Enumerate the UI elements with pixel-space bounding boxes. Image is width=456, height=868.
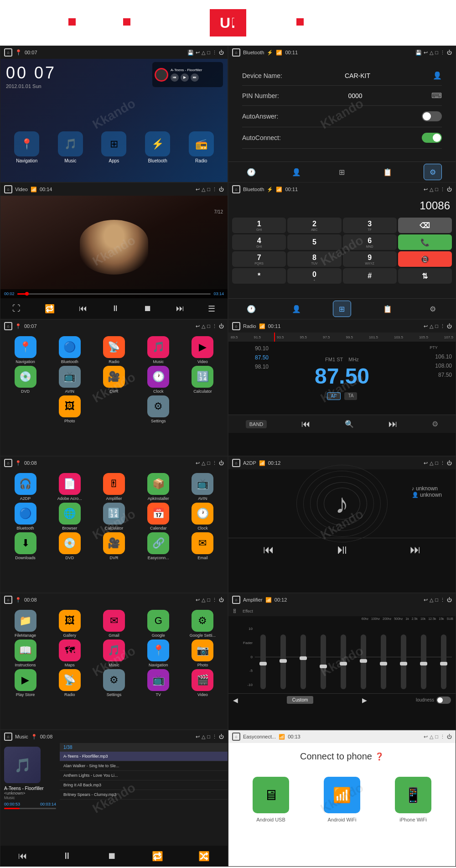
home-bt-icon[interactable]: ⚡ Bluetooth xyxy=(145,131,170,163)
app-radio[interactable]: 📡 Radio xyxy=(93,336,135,364)
v-menu[interactable]: ⋮ xyxy=(212,187,217,192)
v-back[interactable]: ↩ xyxy=(196,187,200,192)
key-backspace[interactable]: ⌫ xyxy=(398,218,452,233)
bt-nav-clock[interactable]: 🕐 xyxy=(242,164,260,180)
bt-nav-list[interactable]: 📋 xyxy=(378,164,397,180)
apps1-menu[interactable]: ⋮ xyxy=(212,323,217,329)
eq-handle-7[interactable] xyxy=(380,662,387,665)
repeat-btn[interactable]: 🔁 xyxy=(45,304,55,314)
af-button[interactable]: AF xyxy=(327,392,341,400)
app3-music[interactable]: 🎵 Music xyxy=(93,639,135,667)
app2-dvd[interactable]: 💿 DVD xyxy=(48,532,91,560)
btd-back[interactable]: ↩ xyxy=(424,187,428,192)
apps1-back[interactable]: ↩ xyxy=(196,323,200,329)
eq-slider-2[interactable] xyxy=(280,634,286,689)
eq-next-btn[interactable]: ▶ xyxy=(362,696,367,704)
mp-stop-btn[interactable]: ⏹ xyxy=(107,851,116,861)
video-home-icon[interactable]: ⌂ xyxy=(4,185,12,193)
home-apps-icon[interactable]: ⊞ Apps xyxy=(101,131,126,163)
amp-home-icon[interactable]: ⌂ xyxy=(232,596,240,604)
vid-play-btn[interactable]: ⏸ xyxy=(111,304,119,313)
apps3-power[interactable]: ⏻ xyxy=(219,597,224,603)
eq-slider-8[interactable] xyxy=(401,634,406,689)
eq-slider-6[interactable] xyxy=(361,634,366,689)
app3-tv[interactable]: 📺 TV xyxy=(137,669,180,697)
key-2[interactable]: 2ABC xyxy=(287,218,341,233)
eq-slider-9[interactable] xyxy=(421,634,426,689)
btd-nav-grid[interactable]: ⊞ xyxy=(333,301,351,317)
app2-bt[interactable]: 🔵 Bluetooth xyxy=(4,503,47,530)
vid-prev-btn[interactable]: ⏮ xyxy=(79,304,87,313)
video-progress-bg[interactable] xyxy=(17,293,211,295)
apps3-menu[interactable]: ⋮ xyxy=(212,597,217,603)
btd-home-icon[interactable]: ⌂ xyxy=(232,185,240,193)
btd-menu[interactable]: ⋮ xyxy=(440,187,445,192)
music-back[interactable]: ↩ xyxy=(196,734,200,740)
eq-prev-btn[interactable]: ◀ xyxy=(233,696,238,704)
app2-adobe[interactable]: 📄 Adobe Acro... xyxy=(48,473,91,501)
ec-back[interactable]: ↩ xyxy=(424,734,428,740)
key-5[interactable]: 5 xyxy=(287,234,341,250)
radio-settings-btn[interactable]: ⚙ xyxy=(432,420,438,428)
key-star[interactable]: * xyxy=(232,268,286,284)
a2dp-next-btn[interactable]: ⏭ xyxy=(410,543,421,556)
app-music[interactable]: 🎵 Music xyxy=(137,336,180,364)
eq-handle-4[interactable] xyxy=(320,665,327,668)
a2dp-home-icon[interactable]: ⌂ xyxy=(232,459,240,467)
apps1-power[interactable]: ⏻ xyxy=(219,323,224,329)
app3-settings[interactable]: ⚙ Settings xyxy=(93,669,135,697)
key-0[interactable]: 0+ xyxy=(287,268,341,284)
app2-browser[interactable]: 🌐 Browser xyxy=(48,503,91,530)
key-6[interactable]: 6MND xyxy=(343,234,397,250)
a2dp-menu[interactable]: ⋮ xyxy=(440,460,445,466)
mp-play-btn[interactable]: ⏸ xyxy=(62,851,72,861)
app3-google[interactable]: G Google xyxy=(137,610,180,638)
key-7[interactable]: 7PQRS xyxy=(232,251,286,267)
amp-power[interactable]: ⏻ xyxy=(447,597,452,603)
app-avin[interactable]: 📺 AVIN xyxy=(48,366,91,394)
app2-a2dp[interactable]: 🎧 A2DP xyxy=(4,473,47,501)
home-radio-icon[interactable]: 📻 Radio xyxy=(189,131,214,163)
app3-gmail[interactable]: ✉ Gmail xyxy=(93,610,135,638)
bt-autoconnect-toggle[interactable] xyxy=(422,133,442,143)
bt-nav-settings[interactable]: ⚙ xyxy=(424,164,442,180)
bt-nav-person[interactable]: 👤 xyxy=(287,164,306,180)
eq-slider-7[interactable] xyxy=(381,634,386,689)
eq-handle-2[interactable] xyxy=(280,659,287,663)
bt-home-icon[interactable]: ⌂ xyxy=(232,48,240,57)
band-button[interactable]: BAND xyxy=(246,420,267,428)
a2dp-back[interactable]: ↩ xyxy=(424,460,428,466)
music-power[interactable]: ⏻ xyxy=(219,734,224,739)
play-btn[interactable]: ▶ xyxy=(181,73,189,82)
ta-button[interactable]: TA xyxy=(344,392,357,400)
btd-nav-settings[interactable]: ⚙ xyxy=(424,301,442,317)
eq-handle-8[interactable] xyxy=(400,662,407,665)
eq-handle-5[interactable] xyxy=(340,662,347,665)
app3-filemanage[interactable]: 📁 FileManage xyxy=(4,610,47,638)
amp-menu[interactable]: ⋮ xyxy=(440,597,445,603)
eq-handle-9[interactable] xyxy=(420,662,427,665)
menu-icon[interactable]: ⋮ xyxy=(212,50,217,56)
playlist-item-2[interactable]: Alan Walker - Sing Me to Sle... xyxy=(60,761,228,771)
ec-menu[interactable]: ⋮ xyxy=(440,734,445,740)
eq-preset-btn[interactable]: Custom xyxy=(287,696,313,704)
eq-handle-1[interactable] xyxy=(259,662,267,665)
apps2-back[interactable]: ↩ xyxy=(196,460,200,466)
app3-radio[interactable]: 📡 Radio xyxy=(48,669,91,697)
key-end[interactable]: 📵 xyxy=(398,251,452,267)
station-87-r[interactable]: 87.50 xyxy=(415,372,452,378)
app-navigation[interactable]: 📍 Navigation xyxy=(4,336,47,364)
app3-gallery[interactable]: 🖼 Gallery xyxy=(48,610,91,638)
station-87-active[interactable]: 87.50 xyxy=(232,354,269,361)
key-4[interactable]: 4GHI xyxy=(232,234,286,250)
app3-maps[interactable]: 🗺 Maps xyxy=(48,639,91,667)
eq-slider-5[interactable] xyxy=(341,634,346,689)
eq-slider-1[interactable] xyxy=(260,634,266,689)
vid-list-btn[interactable]: ☰ xyxy=(208,304,215,314)
radio-home-icon[interactable]: ⌂ xyxy=(232,322,240,330)
music-progress-bar[interactable] xyxy=(4,808,56,809)
app2-calc[interactable]: 🔢 Calculator xyxy=(93,503,135,530)
app2-email[interactable]: ✉ Email xyxy=(181,532,224,560)
station-90[interactable]: 90.10 xyxy=(232,345,269,352)
btd-nav-person[interactable]: 👤 xyxy=(287,301,306,317)
